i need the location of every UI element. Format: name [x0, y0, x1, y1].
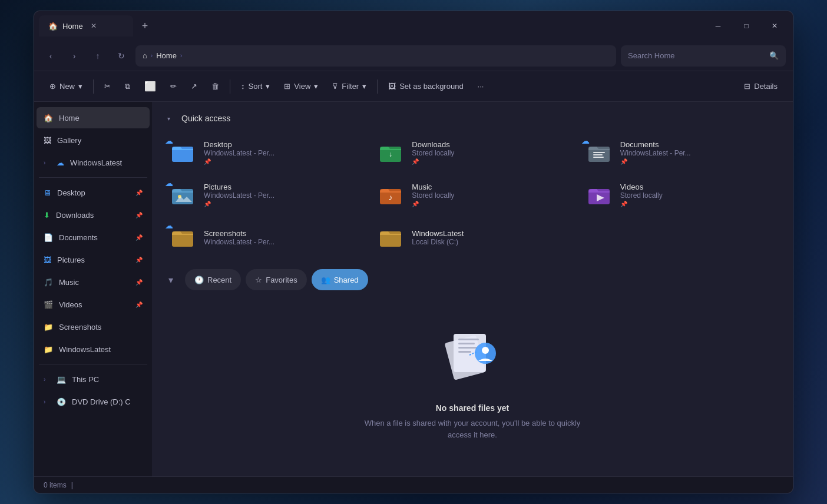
- videos-folder-sub: Stored locally: [620, 191, 776, 200]
- sidebar-item-this-pc[interactable]: › 💻 This PC: [37, 369, 150, 390]
- pin-icon-dl: 📌: [135, 212, 143, 218]
- videos-folder-svg: [587, 183, 611, 207]
- folder-item-pictures[interactable]: ☁ Pictures WindowsLatest - Per... 📌: [161, 175, 367, 215]
- share-icon: ↗: [191, 82, 197, 91]
- sidebar-item-windowslatest-cloud[interactable]: › ☁ WindowsLatest: [37, 152, 150, 173]
- sidebar-item-documents[interactable]: 📄 Documents 📌: [37, 227, 150, 248]
- pin-icon-videos: 📌: [135, 301, 143, 308]
- sidebar-item-desktop[interactable]: 🖥 Desktop 📌: [37, 182, 150, 203]
- sidebar-item-pictures[interactable]: 🖼 Pictures 📌: [37, 249, 150, 270]
- set-bg-label: Set as background: [399, 82, 463, 91]
- up-button[interactable]: ↑: [88, 47, 107, 65]
- sidebar-desktop-label: Desktop: [57, 188, 85, 197]
- screenshots-folder-svg: [171, 226, 194, 249]
- delete-button[interactable]: 🗑: [206, 76, 225, 97]
- quick-access-grid: ☁ Desktop WindowsLatest - Per... 📌: [161, 132, 783, 257]
- sidebar-dvd-label: DVD Drive (D:) C: [72, 397, 131, 406]
- wl-folder-name: WindowsLatest: [412, 229, 568, 238]
- svg-rect-17: [458, 339, 479, 340]
- minimize-button[interactable]: ─: [704, 16, 732, 35]
- copy-icon: ⧉: [125, 82, 130, 91]
- gallery-icon: 🖼: [44, 136, 51, 145]
- sidebar-item-screenshots[interactable]: 📁 Screenshots: [37, 316, 150, 337]
- close-button[interactable]: ✕: [761, 16, 788, 35]
- quick-access-collapse[interactable]: ▾: [161, 111, 176, 125]
- view-button[interactable]: ⊞ View ▾: [278, 76, 324, 97]
- empty-state-title: No shared files yet: [436, 403, 510, 413]
- more-options-button[interactable]: ···: [472, 76, 490, 97]
- sidebar-item-music[interactable]: 🎵 Music 📌: [37, 271, 150, 293]
- sidebar-item-downloads[interactable]: ⬇ Downloads 📌: [37, 204, 150, 226]
- sidebar-item-gallery[interactable]: 🖼 Gallery: [37, 130, 150, 151]
- paste-button[interactable]: ⬜: [138, 76, 162, 97]
- breadcrumb-bar[interactable]: ⌂ › Home ›: [135, 45, 616, 67]
- desktop-folder-icon-wrap: ☁: [168, 138, 197, 167]
- toolbar-separator-3: [377, 79, 378, 94]
- tab-home-icon: 🏠: [48, 22, 58, 31]
- new-button[interactable]: ⊕ New ▾: [44, 76, 88, 97]
- new-tab-button[interactable]: +: [135, 16, 154, 35]
- tab-shared[interactable]: 👥 Shared: [312, 269, 368, 290]
- sort-label: Sort: [249, 82, 263, 91]
- share-button[interactable]: ↗: [185, 76, 203, 97]
- desktop-folder-svg: [171, 141, 194, 164]
- folder-item-documents[interactable]: ☁ Documents WindowsLatest - Per... 📌: [578, 132, 783, 173]
- toolbar-separator-2: [230, 79, 230, 94]
- pictures-cloud-badge: ☁: [165, 178, 173, 188]
- desktop-folder-pin: 📌: [204, 158, 360, 165]
- music-folder-name: Music: [412, 183, 568, 191]
- details-button[interactable]: ⊟ Details: [738, 76, 783, 97]
- back-button[interactable]: ‹: [41, 47, 60, 65]
- sidebar-downloads-label: Downloads: [56, 211, 94, 220]
- folder-item-windowslatest[interactable]: WindowsLatest Local Disk (C:): [369, 217, 575, 257]
- tab-favorites[interactable]: ☆ Favorites: [246, 269, 306, 290]
- filter-arrow-icon: ▾: [362, 82, 366, 91]
- folder-item-music[interactable]: ♪ Music Stored locally 📌: [369, 175, 575, 215]
- empty-state: No shared files yet When a file is share…: [161, 297, 783, 464]
- view-arrow-icon: ▾: [314, 82, 318, 91]
- sidebar-item-dvd-drive[interactable]: › 💿 DVD Drive (D:) C: [37, 391, 150, 412]
- recent-label: Recent: [207, 276, 231, 284]
- refresh-button[interactable]: ↻: [112, 47, 131, 65]
- desktop-folder-info: Desktop WindowsLatest - Per... 📌: [204, 140, 360, 165]
- folder-item-videos[interactable]: Videos Stored locally 📌: [578, 175, 783, 215]
- rename-button[interactable]: ✏: [164, 76, 183, 97]
- folder-item-desktop[interactable]: ☁ Desktop WindowsLatest - Per... 📌: [161, 132, 367, 173]
- forward-button[interactable]: ›: [65, 47, 84, 65]
- tab-recent[interactable]: 🕐 Recent: [185, 269, 241, 290]
- sidebar-videos-label: Videos: [59, 300, 82, 309]
- downloads-icon: ⬇: [44, 211, 50, 220]
- section-collapse-button[interactable]: ▾: [161, 270, 180, 289]
- status-bar: 0 items |: [34, 476, 793, 493]
- toolbar-separator-1: [93, 79, 94, 94]
- sidebar-item-home[interactable]: 🏠 Home: [37, 107, 150, 128]
- quick-access-label: Quick access: [181, 114, 230, 123]
- videos-folder-name: Videos: [620, 183, 776, 191]
- videos-folder-info: Videos Stored locally 📌: [620, 183, 776, 207]
- cut-button[interactable]: ✂: [98, 76, 117, 97]
- content-area: ▾ Quick access ☁ Desktop: [152, 102, 793, 476]
- search-box[interactable]: Search Home 🔍: [621, 45, 786, 67]
- pin-icon-music: 📌: [135, 279, 143, 286]
- folder-item-downloads[interactable]: ↓ Downloads Stored locally 📌: [369, 132, 575, 173]
- breadcrumb-sep-2: ›: [180, 52, 182, 59]
- quick-access-header: ▾ Quick access: [161, 111, 783, 125]
- sort-icon: ↕: [241, 82, 245, 91]
- videos-folder-icon-wrap: [585, 181, 613, 209]
- breadcrumb-home[interactable]: Home: [156, 51, 177, 60]
- filter-button[interactable]: ⊽ Filter ▾: [326, 76, 372, 97]
- sidebar-item-videos[interactable]: 🎬 Videos 📌: [37, 294, 150, 315]
- active-tab[interactable]: 🏠 Home ✕: [39, 15, 133, 37]
- tab-close-button[interactable]: ✕: [88, 20, 100, 32]
- set-background-button[interactable]: 🖼 Set as background: [382, 76, 469, 97]
- home-icon: ⌂: [143, 51, 147, 60]
- folder-item-screenshots[interactable]: ☁ Screenshots WindowsLatest - Per...: [161, 217, 367, 257]
- toolbar: ⊕ New ▾ ✂ ⧉ ⬜ ✏ ↗ 🗑 ↕ Sort ▾ ⊞: [34, 71, 793, 102]
- copy-button[interactable]: ⧉: [119, 76, 136, 97]
- sidebar-item-windowslatest[interactable]: 📁 WindowsLatest: [37, 339, 150, 360]
- home-nav-icon: 🏠: [44, 114, 53, 122]
- sort-button[interactable]: ↕ Sort ▾: [235, 76, 276, 97]
- maximize-button[interactable]: □: [733, 16, 760, 35]
- screenshots-cloud-badge: ☁: [165, 221, 173, 230]
- pin-icon: 📌: [135, 190, 143, 196]
